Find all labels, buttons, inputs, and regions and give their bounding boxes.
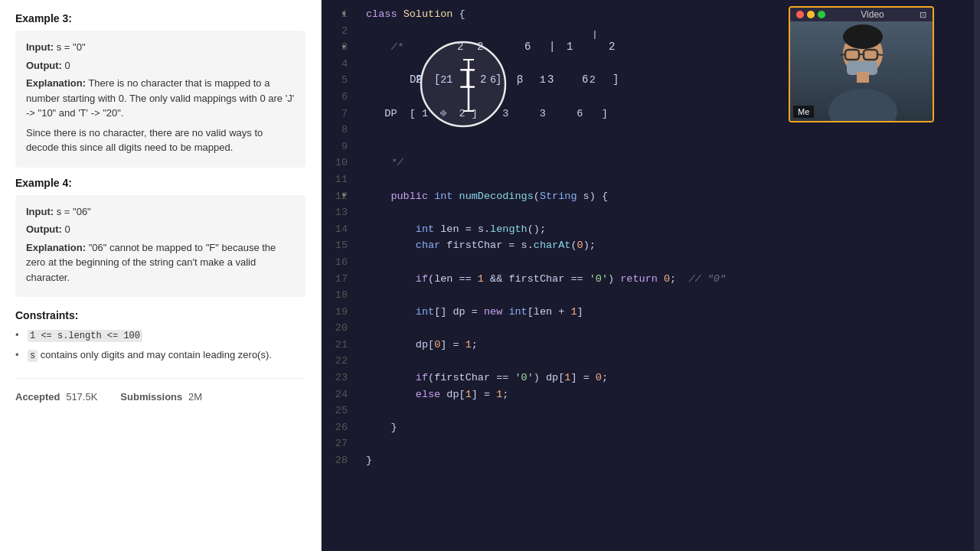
constraints-title: Constraints: (15, 309, 305, 321)
code-line-26: } (366, 419, 980, 436)
ln-25: 25 (322, 403, 348, 419)
constraint-1-code: 1 <= s.length <= 100 (28, 330, 142, 342)
ln-16: 16 (322, 254, 348, 271)
code-line-8 (366, 122, 980, 139)
constraints-list: 1 <= s.length <= 100 s contains only dig… (15, 328, 305, 363)
video-window-controls[interactable] (796, 11, 825, 18)
left-panel: Example 3: Input: s = "0" Output: 0 Expl… (0, 0, 322, 551)
svg-rect-31 (857, 72, 869, 83)
constraint-item-1: 1 <= s.length <= 100 (15, 328, 305, 343)
example3-input-label: Input: (26, 41, 54, 53)
ln-8: 8 (322, 122, 348, 139)
code-line-23: if(firstChar == '0') dp[1] = 0; (366, 370, 980, 386)
example4-input-value: s = "06" (57, 206, 91, 217)
example4-title: Example 4: (15, 177, 305, 189)
code-line-11 (366, 171, 980, 188)
code-line-17: if(len == 1 && firstChar == '0') return … (366, 271, 980, 288)
ln-13: 13 (322, 204, 348, 221)
ln-22: 22 (322, 353, 348, 370)
ln-28: 28 (322, 452, 348, 469)
line-numbers: 1 2 3 4 5 6 7 8 9 10 11 12 13 14 15 16 1… (322, 6, 360, 545)
code-line-9 (366, 139, 980, 155)
code-line-10: */ (366, 155, 980, 171)
video-title: Video (861, 9, 884, 20)
ln-17: 17 (322, 271, 348, 288)
maximize-button[interactable] (818, 11, 825, 18)
ln-18: 18 (322, 287, 348, 304)
accepted-value: 517.5K (66, 391, 97, 403)
code-line-14: int len = s.length(); (366, 221, 980, 238)
submissions-value: 2M (188, 391, 202, 403)
video-me-label: Me (793, 106, 814, 118)
example3-title: Example 3: (15, 12, 305, 24)
example3-input-value: s = "0" (57, 41, 86, 53)
close-button[interactable] (796, 11, 804, 18)
svg-point-23 (843, 24, 883, 49)
code-line-13 (366, 204, 980, 221)
ln-26: 26 (322, 419, 348, 436)
video-overlay[interactable]: Video ⊡ (789, 6, 934, 122)
example4-block: Input: s = "06" Output: 0 Explanation: "… (15, 195, 305, 298)
example3-extra: Since there is no character, there are n… (26, 126, 295, 155)
video-content: Me (790, 21, 933, 121)
svg-line-28 (877, 54, 883, 55)
example3-explanation-label: Explanation: (26, 77, 86, 89)
code-line-25 (366, 403, 980, 419)
code-line-28: } (366, 452, 980, 469)
svg-line-27 (840, 54, 845, 55)
ln-5: 5 (322, 72, 348, 89)
ln-23: 23 (322, 370, 348, 386)
ln-15: 15 (322, 237, 348, 254)
code-line-22 (366, 353, 980, 370)
submissions-label: Submissions (120, 391, 182, 403)
ln-12: 12 (322, 188, 348, 205)
code-line-18 (366, 287, 980, 304)
right-panel: 1 2 3 4 5 6 7 8 9 10 11 12 13 14 15 16 1… (322, 0, 980, 551)
accepted-label: Accepted (15, 391, 60, 403)
video-title-bar: Video ⊡ (790, 8, 933, 21)
ln-19: 19 (322, 304, 348, 321)
example3-output-value: 0 (65, 60, 70, 71)
constraint-2-code: s (28, 350, 38, 362)
constraint-item-2: s contains only digits and may contain l… (15, 347, 305, 363)
person-video: Me (790, 21, 933, 121)
ln-2: 2 (322, 23, 348, 40)
ln-20: 20 (322, 320, 348, 337)
code-line-24: else dp[1] = 1; (366, 386, 980, 403)
example4-output-label: Output: (26, 223, 62, 235)
ln-11: 11 (322, 171, 348, 188)
ln-3: 3 (322, 39, 348, 56)
example4-explanation-label: Explanation: (26, 242, 86, 253)
example3-block: Input: s = "0" Output: 0 Explanation: Th… (15, 31, 305, 168)
ln-14: 14 (322, 221, 348, 238)
code-line-19: int[] dp = new int[len + 1] (366, 304, 980, 321)
ln-9: 9 (322, 139, 348, 155)
example4-output-value: 0 (65, 223, 70, 235)
ln-24: 24 (322, 386, 348, 403)
ln-27: 27 (322, 435, 348, 452)
code-line-27 (366, 435, 980, 452)
scrollbar[interactable] (974, 0, 980, 551)
code-line-12: public int numDecodings(String s) { (366, 188, 980, 205)
code-line-16 (366, 254, 980, 271)
example3-output-label: Output: (26, 60, 62, 71)
ln-6: 6 (322, 89, 348, 106)
ln-21: 21 (322, 337, 348, 354)
ln-1: 1 (322, 6, 348, 23)
ln-7: 7 (322, 106, 348, 122)
constraint-2-text: contains only digits and may contain lea… (41, 349, 272, 360)
code-line-20 (366, 320, 980, 337)
submissions-stat: Submissions 2M (120, 391, 202, 403)
accepted-stat: Accepted 517.5K (15, 391, 97, 403)
example4-input-label: Input: (26, 206, 54, 217)
ln-10: 10 (322, 155, 348, 171)
ln-4: 4 (322, 56, 348, 73)
minimize-button[interactable] (807, 11, 815, 18)
code-line-21: dp[0] = 1; (366, 337, 980, 354)
code-line-15: char firstChar = s.charAt(0); (366, 237, 980, 254)
expand-icon[interactable]: ⊡ (920, 10, 926, 20)
footer-stats: Accepted 517.5K Submissions 2M (15, 378, 305, 403)
